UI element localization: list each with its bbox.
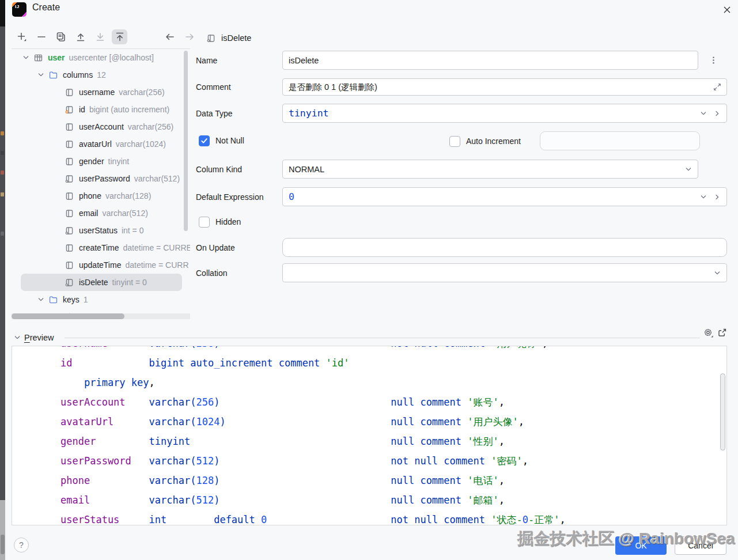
auto-increment-input[interactable] (546, 137, 694, 146)
chevron-down-icon[interactable] (35, 295, 47, 304)
code-line: phone varchar(128) null comment '电话', (60, 471, 726, 490)
name-input[interactable] (289, 56, 692, 65)
tree-item-email[interactable]: emailvarchar(512) (12, 205, 190, 222)
chevron-right-icon[interactable] (713, 109, 722, 118)
tree-item-username[interactable]: usernamevarchar(256) (12, 84, 190, 101)
column-icon (205, 33, 217, 43)
comment-input[interactable] (289, 82, 721, 92)
column-kind-combo[interactable]: NORMAL (282, 160, 698, 179)
tree-item-name: userAccount (79, 122, 124, 131)
tree-item-name: keys (63, 295, 80, 304)
tree-vertical-scrollbar[interactable] (184, 51, 188, 231)
chevron-right-icon[interactable] (713, 192, 722, 202)
tree-item-createTime[interactable]: createTimedatetime = CURRE (12, 239, 190, 256)
name-label: Name (196, 56, 282, 65)
tree-horizontal-scrollbar[interactable] (12, 313, 124, 319)
code-line: avatarUrl varchar(1024) null comment '用户… (60, 412, 726, 432)
background-ide-strip (0, 0, 5, 560)
not-null-checkbox[interactable] (199, 135, 210, 146)
default-expression-combo[interactable]: 0 (282, 187, 727, 206)
chevron-down-icon[interactable] (35, 70, 47, 80)
preview-code: username varchar(256) not null comment '… (12, 346, 726, 525)
tree-item-name: updateTime (79, 260, 121, 270)
comment-field[interactable] (282, 78, 727, 96)
chevron-down-icon[interactable] (684, 165, 693, 174)
data-type-label: Data Type (196, 109, 282, 118)
duplicate-button[interactable] (53, 29, 69, 44)
tree-item-detail: varchar(512) (134, 174, 180, 183)
code-line: primary key, (60, 373, 726, 392)
column-editor-title: isDelete (221, 33, 251, 43)
open-in-editor-icon[interactable] (717, 328, 727, 338)
auto-increment-field[interactable] (540, 131, 700, 150)
tree-item-detail: varchar(256) (119, 88, 164, 97)
gear-icon[interactable] (703, 327, 714, 338)
tree-item-detail: int = 0 (122, 226, 144, 235)
column-dot-icon (63, 278, 75, 287)
tree-item-detail: varchar(512) (102, 209, 147, 218)
column-kind-label: Column Kind (196, 165, 282, 174)
tree-item-gender[interactable]: gendertinyint (12, 153, 190, 170)
tree-item-user[interactable]: userusercenter [@localhost] (12, 49, 190, 66)
expand-icon[interactable] (713, 82, 722, 92)
column-kind-value: NORMAL (289, 165, 324, 174)
default-expression-value: 0 (289, 191, 294, 202)
tree-item-detail: 12 (97, 70, 106, 80)
tree-item-avatarUrl[interactable]: avatarUrlvarchar(1024) (12, 135, 190, 153)
hidden-checkbox[interactable] (199, 217, 210, 228)
preview-section-label[interactable]: Preview (24, 333, 54, 342)
tree-item-detail: varchar(128) (105, 191, 151, 200)
comment-label: Comment (196, 82, 282, 92)
back-button[interactable] (162, 29, 177, 44)
column-icon (63, 88, 75, 97)
tree-item-userAccount[interactable]: userAccountvarchar(256) (12, 118, 190, 135)
preview-vertical-scrollbar[interactable] (720, 373, 725, 451)
tree-item-detail: varchar(1024) (116, 139, 166, 149)
preview-divider (65, 338, 700, 338)
code-line: userPassword varchar(512) not null comme… (60, 451, 726, 471)
chevron-down-icon[interactable] (699, 109, 708, 118)
tree-item-columns[interactable]: columns12 (12, 66, 190, 84)
preview-collapse-chevron-icon[interactable] (13, 333, 22, 342)
code-line: userAccount varchar(256) null comment '账… (60, 392, 726, 412)
cancel-button[interactable]: Cancel (675, 536, 726, 555)
tree-item-phone[interactable]: phonevarchar(128) (12, 187, 190, 205)
ok-button[interactable]: OK (615, 536, 667, 555)
move-up-button[interactable] (73, 29, 88, 44)
hidden-label: Hidden (215, 217, 241, 226)
move-to-top-button[interactable] (112, 29, 127, 44)
tree-item-updateTime[interactable]: updateTimedatetime = CURR (12, 256, 190, 274)
chevron-down-icon[interactable] (713, 268, 722, 278)
help-button[interactable]: ? (14, 538, 29, 553)
add-button[interactable] (14, 29, 29, 44)
close-icon[interactable] (720, 2, 735, 17)
tree-item-keys[interactable]: keys1 (12, 291, 190, 308)
chevron-down-icon[interactable] (699, 192, 708, 202)
code-line: id bigint auto_increment comment 'id' (60, 353, 726, 373)
remove-button[interactable] (33, 29, 49, 44)
tree-item-detail: datetime = CURR (125, 260, 188, 270)
name-field[interactable] (282, 51, 698, 70)
tree-item-userPassword[interactable]: userPasswordvarchar(512) (12, 170, 190, 187)
auto-increment-checkbox[interactable] (449, 136, 460, 147)
code-line: gender tinyint null comment '性别', (60, 432, 726, 451)
column-key-icon (63, 105, 75, 115)
tree-item-name: id (79, 105, 85, 114)
kebab-menu-icon[interactable] (709, 55, 718, 65)
toolbar (14, 28, 197, 46)
collation-combo[interactable] (282, 263, 727, 282)
folder-icon (47, 70, 59, 80)
move-down-button[interactable] (92, 29, 108, 44)
forward-button[interactable] (181, 29, 197, 44)
chevron-down-icon[interactable] (20, 53, 32, 62)
tree-item-userStatus[interactable]: userStatusint = 0 (12, 222, 190, 239)
tree-item-id[interactable]: idbigint (auto increment) (12, 101, 190, 118)
folder-icon (47, 295, 59, 305)
data-type-combo[interactable]: tinyint (282, 104, 727, 123)
tree-item-name: username (79, 88, 115, 97)
tree-item-isDelete[interactable]: isDeletetinyint = 0 (21, 274, 182, 291)
tree-item-name: user (48, 53, 65, 62)
on-update-input[interactable] (289, 243, 721, 252)
on-update-field[interactable] (282, 238, 727, 257)
tree-item-detail: usercenter [@localhost] (69, 53, 154, 62)
